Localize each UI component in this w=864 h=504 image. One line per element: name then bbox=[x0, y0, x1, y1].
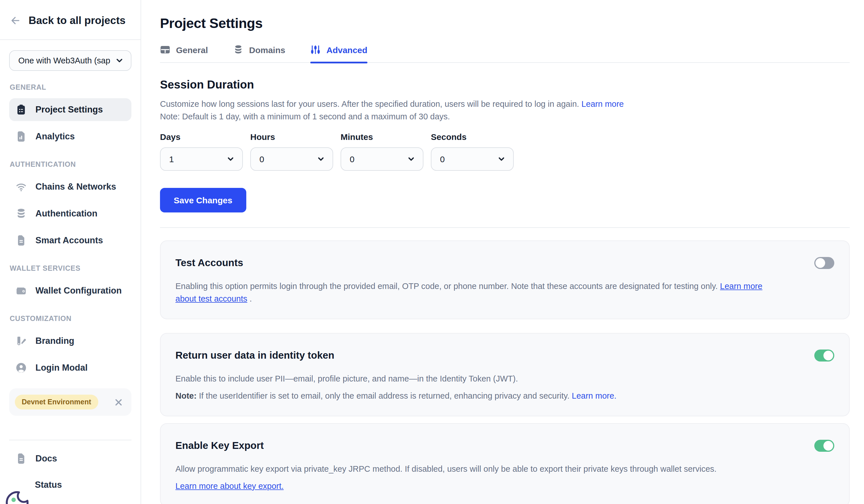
sidebar-item-wallet-configuration[interactable]: Wallet Configuration bbox=[9, 279, 131, 302]
toggle-knob bbox=[824, 351, 833, 360]
chevron-down-icon bbox=[316, 155, 325, 163]
user-circle-icon bbox=[15, 362, 27, 373]
note-text: If the userIdentifier is set to email, o… bbox=[196, 391, 572, 400]
hours-field: Hours 0 bbox=[250, 132, 333, 171]
tab-bar: General Domains Advanced bbox=[160, 45, 850, 63]
back-label: Back to all projects bbox=[28, 14, 125, 27]
card-title: Return user data in identity token bbox=[176, 349, 334, 362]
key-export-card: Enable Key Export Allow programmatic key… bbox=[160, 423, 850, 504]
session-duration-section: Session Duration Customize how long sess… bbox=[160, 78, 850, 212]
tab-general[interactable]: General bbox=[160, 45, 208, 62]
file-icon bbox=[15, 235, 27, 246]
minutes-label: Minutes bbox=[340, 132, 423, 142]
seconds-field: Seconds 0 bbox=[431, 132, 514, 171]
note-prefix: Note: bbox=[176, 391, 196, 400]
session-duration-heading: Session Duration bbox=[160, 78, 850, 91]
toggle-knob bbox=[824, 441, 833, 451]
section-label-customization: CUSTOMIZATION bbox=[10, 315, 131, 323]
tab-domains[interactable]: Domains bbox=[233, 45, 285, 62]
sidebar-item-label: Branding bbox=[35, 336, 74, 346]
identity-token-toggle[interactable] bbox=[814, 349, 834, 361]
page-title: Project Settings bbox=[160, 15, 850, 32]
database-icon bbox=[233, 45, 243, 55]
cookie-icon[interactable] bbox=[4, 489, 31, 504]
sidebar-item-label: Wallet Configuration bbox=[35, 285, 122, 296]
sidebar-item-label: Analytics bbox=[35, 131, 75, 142]
seconds-value: 0 bbox=[440, 154, 445, 164]
brush-icon bbox=[15, 335, 27, 347]
seconds-select[interactable]: 0 bbox=[431, 147, 514, 171]
card-title: Enable Key Export bbox=[176, 439, 264, 452]
sidebar-item-chains-networks[interactable]: Chains & Networks bbox=[9, 175, 131, 198]
card-description: Enable this to include user PII—email, p… bbox=[176, 373, 781, 385]
docs-file-icon bbox=[15, 453, 27, 464]
project-selector[interactable]: One with Web3Auth (sap bbox=[9, 50, 131, 71]
sidebar-footer: Docs Status bbox=[9, 440, 131, 496]
nav-list-general: Project Settings Analytics bbox=[9, 98, 131, 148]
card-description: Enabling this option permits login throu… bbox=[176, 280, 781, 305]
sidebar-item-label: Login Modal bbox=[35, 362, 88, 373]
sidebar-item-label: Smart Accounts bbox=[35, 235, 103, 246]
tab-advanced[interactable]: Advanced bbox=[310, 45, 367, 62]
app-window: Back to all projects One with Web3Auth (… bbox=[0, 0, 864, 504]
sidebar-item-label: Docs bbox=[35, 453, 57, 464]
days-value: 1 bbox=[169, 154, 174, 164]
session-description-text: Customize how long sessions last for you… bbox=[160, 99, 579, 109]
card-text: Enabling this option permits login throu… bbox=[176, 282, 718, 291]
wallet-icon bbox=[15, 285, 27, 296]
chevron-down-icon bbox=[226, 155, 235, 163]
sidebar-item-label: Authentication bbox=[35, 208, 97, 219]
identity-token-learn-more-link[interactable]: Learn more. bbox=[572, 391, 616, 400]
seconds-label: Seconds bbox=[431, 132, 514, 142]
key-export-learn-more-link[interactable]: Learn more about key export. bbox=[176, 481, 284, 490]
analytics-doc-icon bbox=[15, 131, 27, 142]
sidebar-item-authentication[interactable]: Authentication bbox=[9, 202, 131, 225]
duration-fields: Days 1 Hours 0 Minutes 0 bbox=[160, 132, 850, 171]
sidebar-body: One with Web3Auth (sap GENERAL Project S… bbox=[0, 40, 141, 504]
card-text-suffix: . bbox=[248, 294, 252, 303]
save-changes-button[interactable]: Save Changes bbox=[160, 188, 246, 212]
nav-list-customization: Branding Login Modal bbox=[9, 330, 131, 379]
card-note: Note: If the userIdentifier is set to em… bbox=[176, 390, 781, 402]
environment-card: Devnet Environment bbox=[9, 388, 131, 416]
sidebar-item-label: Project Settings bbox=[35, 105, 103, 115]
nav-list-wallet-services: Wallet Configuration bbox=[9, 279, 131, 302]
minutes-select[interactable]: 0 bbox=[340, 147, 423, 171]
minutes-value: 0 bbox=[350, 154, 355, 164]
tab-label: Domains bbox=[249, 45, 285, 54]
toggle-knob bbox=[815, 258, 825, 268]
database-icon bbox=[15, 208, 27, 219]
card-title: Test Accounts bbox=[176, 256, 243, 270]
sidebar-item-analytics[interactable]: Analytics bbox=[9, 125, 131, 148]
card-link-line: Learn more about key export. bbox=[176, 480, 781, 492]
hours-select[interactable]: 0 bbox=[250, 147, 333, 171]
nav-list-authentication: Chains & Networks Authentication Smart A… bbox=[9, 175, 131, 252]
sidebar-item-smart-accounts[interactable]: Smart Accounts bbox=[9, 229, 131, 252]
chevron-down-icon bbox=[497, 155, 506, 163]
days-field: Days 1 bbox=[160, 132, 243, 171]
hours-label: Hours bbox=[250, 132, 333, 142]
sidebar-item-docs[interactable]: Docs bbox=[9, 447, 131, 470]
sliders-icon bbox=[310, 45, 321, 55]
table-cells-icon bbox=[160, 45, 170, 55]
card-description: Allow programmatic key export via privat… bbox=[176, 463, 781, 476]
days-label: Days bbox=[160, 132, 243, 142]
sidebar-item-project-settings[interactable]: Project Settings bbox=[9, 98, 131, 121]
close-icon[interactable] bbox=[114, 397, 123, 407]
session-duration-note: Note: Default is 1 day, with a minimum o… bbox=[160, 111, 850, 123]
section-label-wallet-services: WALLET SERVICES bbox=[10, 265, 131, 272]
test-accounts-toggle[interactable] bbox=[814, 257, 834, 269]
main-content: Project Settings General Domains Advance… bbox=[141, 0, 864, 504]
back-to-projects-button[interactable]: Back to all projects bbox=[0, 0, 141, 40]
tab-label: Advanced bbox=[326, 45, 367, 54]
sidebar-item-login-modal[interactable]: Login Modal bbox=[9, 356, 131, 379]
key-export-toggle[interactable] bbox=[814, 440, 834, 452]
clipboard-icon bbox=[15, 104, 27, 115]
days-select[interactable]: 1 bbox=[160, 147, 243, 171]
sidebar-item-label: Chains & Networks bbox=[35, 182, 116, 192]
section-label-authentication: AUTHENTICATION bbox=[10, 160, 131, 169]
environment-badge: Devnet Environment bbox=[15, 395, 98, 409]
session-learn-more-link[interactable]: Learn more bbox=[581, 99, 624, 109]
sidebar-item-branding[interactable]: Branding bbox=[9, 330, 131, 352]
back-arrow-icon bbox=[10, 15, 21, 26]
